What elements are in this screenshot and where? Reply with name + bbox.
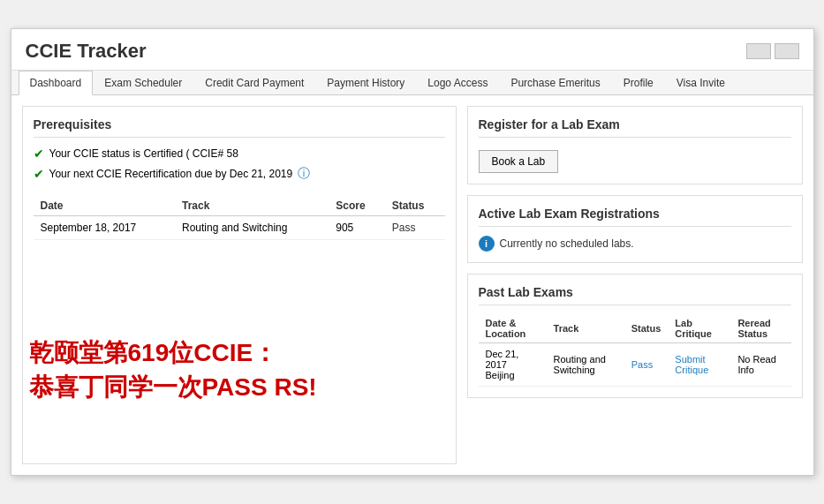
announcement-line2: 恭喜丁同学一次PASS RS! [29, 370, 317, 404]
window-controls [746, 43, 799, 59]
prerequisites-panel: Prerequisites ✔ Your CCIE status is Cert… [22, 106, 457, 464]
table-row: September 18, 2017 Routing and Switching… [34, 216, 445, 240]
past-cell-track: Routing and Switching [547, 343, 624, 387]
book-lab-button[interactable]: Book a Lab [479, 150, 559, 173]
active-labs-title: Active Lab Exam Registrations [479, 207, 791, 227]
right-panel: Register for a Lab Exam Book a Lab Activ… [467, 106, 803, 464]
register-panel: Register for a Lab Exam Book a Lab [467, 106, 803, 184]
prereq-item-1: ✔ Your CCIE status is Certified ( CCIE# … [34, 147, 445, 161]
past-labs-title: Past Lab Exams [479, 285, 791, 305]
col-date: Date [34, 196, 175, 216]
no-labs-text: Currently no scheduled labs. [500, 237, 634, 250]
tab-payment-history[interactable]: Payment History [315, 71, 416, 94]
tab-purchase-emeritus[interactable]: Purchase Emeritus [499, 71, 611, 94]
prereq-text-2: Your next CCIE Recertification due by De… [49, 168, 293, 180]
prereq-table: Date Track Score Status September 18, 20… [34, 196, 445, 240]
title-bar: CCIE Tracker [11, 29, 813, 71]
past-cell-reread: No Read Info [730, 343, 790, 387]
tab-visa-invite[interactable]: Visa Invite [665, 71, 737, 94]
col-score: Score [329, 196, 385, 216]
cell-track: Routing and Switching [175, 216, 329, 240]
prereq-table-wrapper: Date Track Score Status September 18, 20… [34, 187, 445, 240]
minimize-button[interactable] [746, 43, 771, 59]
past-date: Dec 21, 2017 [486, 349, 519, 370]
past-labs-panel: Past Lab Exams Date & Location Track Sta… [467, 274, 803, 398]
check-icon-1: ✔ [34, 147, 44, 161]
ccie-announcement: 乾颐堂第619位CCIE： 恭喜丁同学一次PASS RS! [29, 335, 317, 404]
past-col-reread-status: Reread Status [730, 314, 790, 343]
past-cell-date: Dec 21, 2017 Beijing [479, 343, 547, 387]
info-icon[interactable]: ⓘ [298, 166, 310, 182]
main-window: CCIE Tracker Dashboard Exam Scheduler Cr… [11, 28, 814, 476]
no-labs-row: i Currently no scheduled labs. [479, 236, 791, 252]
register-title: Register for a Lab Exam [479, 117, 791, 138]
past-cell-status: Pass [624, 343, 669, 387]
past-col-lab-critique: Lab Critique [668, 314, 730, 343]
prereq-item-2: ✔ Your next CCIE Recertification due by … [34, 166, 445, 182]
tab-profile[interactable]: Profile [612, 71, 665, 94]
past-cell-critique: Submit Critique [668, 343, 730, 387]
tab-logo-access[interactable]: Logo Access [416, 71, 499, 94]
past-col-status: Status [624, 314, 669, 343]
tab-bar: Dashboard Exam Scheduler Credit Card Pay… [11, 71, 813, 95]
status-link[interactable]: Pass [631, 359, 653, 370]
past-location: Beijing [486, 370, 515, 380]
past-col-track: Track [547, 314, 624, 343]
app-title: CCIE Tracker [26, 40, 147, 63]
maximize-button[interactable] [775, 43, 799, 59]
cell-status: Pass [385, 216, 445, 240]
cell-date: September 18, 2017 [34, 216, 175, 240]
prereq-text-1: Your CCIE status is Certified ( CCIE# 58 [49, 147, 238, 160]
cell-score: 905 [329, 216, 385, 240]
main-content: Prerequisites ✔ Your CCIE status is Cert… [11, 95, 813, 475]
col-status: Status [385, 196, 445, 216]
tab-credit-card-payment[interactable]: Credit Card Payment [193, 71, 315, 94]
col-track: Track [175, 196, 329, 216]
active-labs-panel: Active Lab Exam Registrations i Currentl… [467, 195, 803, 263]
past-labs-table: Date & Location Track Status Lab Critiqu… [479, 314, 791, 387]
prerequisites-title: Prerequisites [34, 117, 445, 138]
info-circle-icon: i [479, 236, 495, 252]
tab-exam-scheduler[interactable]: Exam Scheduler [93, 71, 193, 94]
past-col-date-location: Date & Location [479, 314, 547, 343]
announcement-line1: 乾颐堂第619位CCIE： [29, 335, 317, 370]
past-labs-row: Dec 21, 2017 Beijing Routing and Switchi… [479, 343, 791, 387]
tab-dashboard[interactable]: Dashboard [19, 71, 94, 95]
check-icon-2: ✔ [34, 167, 44, 181]
critique-link[interactable]: Submit Critique [675, 354, 708, 375]
